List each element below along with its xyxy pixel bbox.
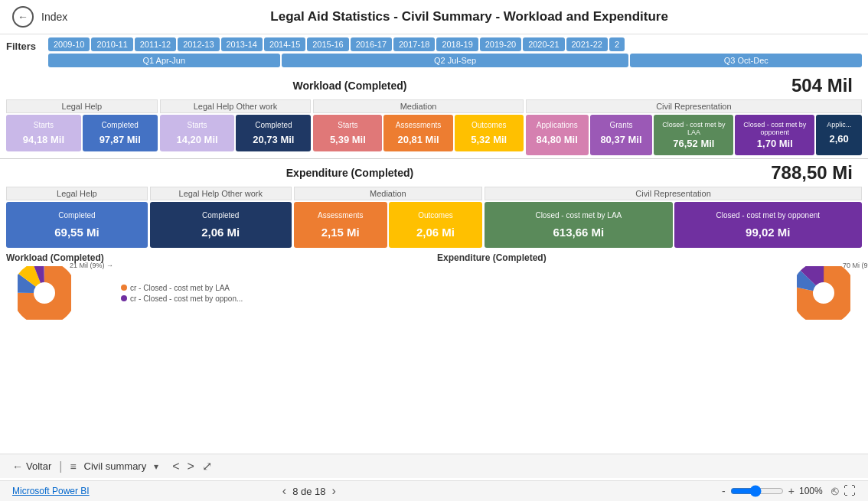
- exp-lho-completed-value: 2,06 Mi: [153, 226, 289, 239]
- footer-nav-chevron[interactable]: ▾: [154, 461, 158, 472]
- wl-cr-applic-card[interactable]: Applic... 2,60: [816, 115, 862, 155]
- wl-med-assess-card[interactable]: Assessments 20,81 Mil: [383, 115, 452, 151]
- wl-lh-starts-label: Starts: [9, 121, 78, 129]
- exp-cr-closed-laa-card[interactable]: Closed - cost met by LAA 613,66 Mi: [485, 202, 672, 248]
- exp-med-label: Mediation: [294, 187, 482, 200]
- quarter-q1[interactable]: Q1 Apr-Jun: [48, 54, 280, 67]
- quarter-tabs-container: Q1 Apr-Jun Q2 Jul-Sep Q3 Oct-Dec: [48, 54, 862, 67]
- workload-legal-help-other-group: Legal Help Other work Starts 14,20 Mil C…: [160, 99, 312, 155]
- workload-pie-chart: [18, 266, 71, 320]
- zoom-minus-button[interactable]: -: [722, 485, 726, 497]
- expenditure-section-title: Expenditure (Completed): [6, 167, 693, 179]
- exp-civil-rep-group: Civil Representation Closed - cost met b…: [485, 187, 862, 248]
- workload-legal-help-group: Legal Help Starts 94,18 Mil Completed 97…: [6, 99, 158, 155]
- share-icon[interactable]: ⎋: [831, 484, 839, 498]
- wl-cr-grants-card[interactable]: Grants 80,37 Mil: [590, 115, 653, 155]
- page-next-button[interactable]: ›: [332, 484, 336, 498]
- year-tab-extra[interactable]: 2: [609, 37, 625, 51]
- exp-cr-closed-opp-card[interactable]: Closed - cost met by opponent 99,02 Mi: [674, 202, 862, 248]
- zoom-plus-button[interactable]: +: [788, 485, 795, 497]
- wl-cr-closed-laa-value: 76,52 Mil: [657, 138, 730, 149]
- workload-mediation-label: Mediation: [313, 99, 524, 113]
- legend-label-laa: cr - Closed - cost met by LAA: [130, 284, 230, 292]
- workload-chart-area: Workload (Completed) 21 Mil (9%) →: [6, 252, 431, 320]
- year-tab-2013[interactable]: 2013-14: [221, 37, 263, 51]
- back-button[interactable]: ←: [12, 6, 34, 28]
- exp-cr-closed-opp-value: 99,02 Mi: [677, 226, 859, 239]
- quarter-q2[interactable]: Q2 Jul-Sep: [282, 54, 629, 67]
- legend-label-opp: cr - Closed - cost met by oppon...: [130, 294, 243, 303]
- exp-cr-label: Civil Representation: [485, 187, 862, 200]
- filters-label: Filters: [6, 37, 48, 52]
- powerbi-link[interactable]: Microsoft Power BI: [12, 486, 90, 496]
- expenditure-chart-title: Expenditure (Completed): [437, 252, 862, 263]
- wl-lho-completed-card[interactable]: Completed 20,73 Mil: [236, 115, 311, 151]
- year-tab-2014[interactable]: 2014-15: [264, 37, 305, 51]
- expenditure-chart-label: 70 Mi (9%) →: [843, 262, 868, 269]
- year-tab-2017[interactable]: 2017-18: [393, 37, 435, 51]
- wl-lho-completed-label: Completed: [239, 121, 308, 129]
- index-link[interactable]: Index: [41, 11, 67, 23]
- wl-lho-starts-value: 14,20 Mil: [163, 134, 232, 145]
- fullscreen-icon[interactable]: ⛶: [844, 484, 856, 498]
- workload-section-title: Workload (Completed): [6, 80, 693, 92]
- wl-cr-applic-value: 2,60: [819, 133, 859, 145]
- year-tab-2012[interactable]: 2012-13: [178, 37, 219, 51]
- wl-cr-applic-label: Applic...: [819, 121, 859, 129]
- footer-back-label: Voltar: [26, 460, 51, 472]
- wl-lho-starts-card[interactable]: Starts 14,20 Mil: [160, 115, 235, 151]
- quarter-q3[interactable]: Q3 Oct-Dec: [630, 54, 862, 67]
- wl-med-starts-label: Starts: [316, 121, 379, 129]
- workload-civil-rep-label: Civil Representation: [526, 99, 862, 113]
- year-tab-2009[interactable]: 2009-10: [48, 37, 90, 51]
- footer-back-button[interactable]: ← Voltar: [12, 460, 51, 473]
- wl-cr-apps-card[interactable]: Applications 84,80 Mil: [526, 115, 589, 155]
- exp-legal-help-other-group: Legal Help Other work Completed 2,06 Mi: [150, 187, 292, 248]
- legend-dot-laa: [121, 285, 127, 291]
- wl-lho-completed-value: 20,73 Mil: [239, 134, 308, 145]
- year-tab-2011[interactable]: 2011-12: [135, 37, 176, 51]
- footer-next-button[interactable]: >: [188, 460, 194, 473]
- page-number: 8 de 18: [292, 486, 325, 497]
- workload-mediation-group: Mediation Starts 5,39 Mil Assessments 20…: [313, 99, 524, 155]
- wl-med-starts-value: 5,39 Mil: [316, 134, 379, 145]
- year-tab-2021[interactable]: 2021-22: [566, 37, 608, 51]
- wl-lh-completed-card[interactable]: Completed 97,87 Mil: [83, 115, 158, 151]
- wl-lho-starts-label: Starts: [163, 121, 232, 129]
- wl-cr-apps-value: 84,80 Mil: [529, 134, 586, 145]
- wl-med-outcomes-card[interactable]: Outcomes 5,32 Mil: [455, 115, 524, 151]
- footer-nav-label: Civil summary: [84, 460, 147, 472]
- exp-lho-completed-card[interactable]: Completed 2,06 Mi: [150, 202, 292, 248]
- wl-lh-completed-value: 97,87 Mil: [86, 134, 155, 145]
- wl-cr-closed-laa-card[interactable]: Closed - cost met by LAA 76,52 Mil: [654, 115, 733, 155]
- wl-cr-grants-label: Grants: [593, 121, 650, 129]
- exp-med-assess-card[interactable]: Assessments 2,15 Mi: [294, 202, 387, 248]
- year-tab-2010[interactable]: 2010-11: [91, 37, 132, 51]
- wl-cr-closed-opp-card[interactable]: Closed - cost met by opponent 1,70 Mil: [735, 115, 814, 155]
- wl-med-outcomes-value: 5,32 Mil: [458, 134, 520, 145]
- workload-chart-legend: cr - Closed - cost met by LAA cr - Close…: [121, 284, 243, 303]
- expenditure-pie-chart: [797, 266, 850, 320]
- exp-lh-completed-label: Completed: [9, 211, 145, 220]
- exp-lh-completed-card[interactable]: Completed 69,55 Mi: [6, 202, 148, 248]
- year-tab-2019[interactable]: 2019-20: [480, 37, 521, 51]
- year-tabs-container: 2009-10 2010-11 2011-12 2012-13 2013-14 …: [48, 37, 862, 51]
- zoom-slider[interactable]: [730, 485, 784, 497]
- year-tab-2016[interactable]: 2016-17: [351, 37, 392, 51]
- exp-med-outcomes-card[interactable]: Outcomes 2,06 Mi: [389, 202, 482, 248]
- back-icon: ←: [18, 11, 28, 23]
- year-tab-2020[interactable]: 2020-21: [523, 37, 564, 51]
- year-tab-2015[interactable]: 2015-16: [307, 37, 348, 51]
- footer-prev-button[interactable]: <: [172, 460, 179, 473]
- footer-expand-button[interactable]: ⤢: [202, 459, 212, 473]
- wl-lh-completed-label: Completed: [86, 121, 155, 129]
- wl-med-starts-card[interactable]: Starts 5,39 Mil: [313, 115, 382, 151]
- expenditure-chart-area: Expenditure (Completed) 70 Mi (9%) →: [437, 252, 862, 320]
- year-tab-2018[interactable]: 2018-19: [436, 37, 478, 51]
- exp-legal-help-group: Legal Help Completed 69,55 Mi: [6, 187, 148, 248]
- wl-med-assess-value: 20,81 Mil: [387, 134, 449, 145]
- zoom-value: 100%: [799, 486, 827, 496]
- wl-lh-starts-card[interactable]: Starts 94,18 Mil: [6, 115, 81, 151]
- page-prev-button[interactable]: ‹: [282, 484, 286, 498]
- exp-mediation-group: Mediation Assessments 2,15 Mi Outcomes 2…: [294, 187, 482, 248]
